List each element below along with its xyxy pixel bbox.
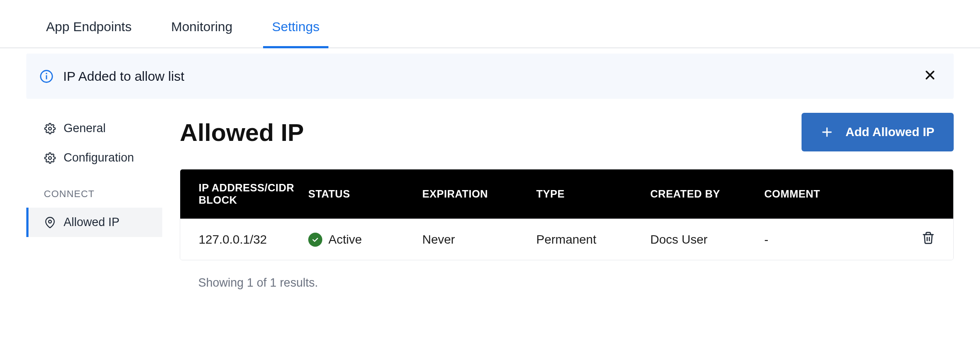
th-comment: COMMENT [764, 188, 909, 200]
trash-icon[interactable] [922, 231, 935, 248]
cell-ip: 127.0.0.1/32 [199, 233, 308, 247]
check-circle-icon [308, 233, 322, 247]
sidebar: General Configuration CONNECT Allowed IP [26, 109, 162, 306]
sidebar-section-label: CONNECT [26, 173, 162, 208]
status-text: Active [328, 233, 362, 247]
tab-settings[interactable]: Settings [272, 9, 319, 47]
sidebar-item-configuration[interactable]: Configuration [26, 143, 162, 173]
banner-text: IP Added to allow list [63, 69, 910, 84]
cell-comment: - [764, 233, 909, 247]
th-expiration: EXPIRATION [422, 188, 536, 200]
cell-created-by: Docs User [650, 233, 764, 247]
main-panel: Allowed IP Add Allowed IP IP ADDRESS/CID… [180, 109, 954, 306]
th-status: STATUS [308, 188, 422, 200]
page-title: Allowed IP [180, 118, 304, 147]
table-header: IP ADDRESS/CIDR BLOCK STATUS EXPIRATION … [180, 169, 953, 219]
th-type: TYPE [536, 188, 650, 200]
svg-point-2 [46, 72, 47, 74]
allowed-ip-table: IP ADDRESS/CIDR BLOCK STATUS EXPIRATION … [180, 169, 954, 260]
cell-expiration: Never [422, 233, 536, 247]
top-tabs: App Endpoints Monitoring Settings [0, 0, 980, 48]
close-icon[interactable] [919, 66, 941, 86]
main-header: Allowed IP Add Allowed IP [180, 113, 954, 151]
table-row: 127.0.0.1/32 Active Never Permanent Docs… [180, 219, 953, 260]
cell-status: Active [308, 233, 422, 247]
gear-icon [44, 152, 56, 164]
sidebar-item-allowed-ip[interactable]: Allowed IP [26, 208, 162, 237]
tab-monitoring[interactable]: Monitoring [171, 9, 232, 47]
gear-icon [44, 123, 56, 134]
cell-actions [909, 231, 935, 248]
button-label: Add Allowed IP [845, 125, 934, 139]
add-allowed-ip-button[interactable]: Add Allowed IP [802, 113, 954, 151]
th-ip: IP ADDRESS/CIDR BLOCK [199, 182, 308, 206]
sidebar-item-label: Configuration [64, 151, 134, 165]
sidebar-item-label: Allowed IP [64, 216, 120, 229]
pin-icon [44, 217, 56, 228]
svg-point-7 [49, 220, 52, 223]
info-icon [39, 69, 53, 83]
svg-point-6 [49, 156, 52, 159]
sidebar-item-label: General [64, 122, 106, 135]
tab-app-endpoints[interactable]: App Endpoints [46, 9, 132, 47]
content: General Configuration CONNECT Allowed IP [0, 99, 980, 323]
plus-icon [821, 126, 833, 138]
svg-point-5 [49, 127, 52, 130]
results-count: Showing 1 of 1 results. [180, 260, 954, 306]
cell-type: Permanent [536, 233, 650, 247]
sidebar-item-general[interactable]: General [26, 114, 162, 143]
th-created-by: CREATED BY [650, 188, 764, 200]
info-banner: IP Added to allow list [26, 54, 954, 99]
